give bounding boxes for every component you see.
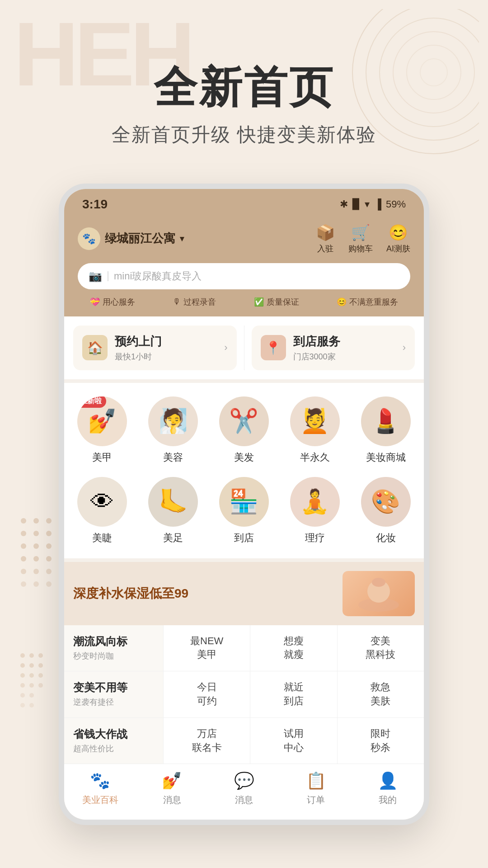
cosmetics-circle: 💄 <box>361 396 411 446</box>
store-circle: 🏪 <box>219 477 269 527</box>
location-selector[interactable]: 🐾 绿城丽江公寓 ▾ <box>78 227 184 250</box>
status-bar: 3:19 ✱ ▉ ▾ ▐ 59% <box>64 189 424 217</box>
card-divider <box>244 326 244 370</box>
trend-items: 最NEW美甲 想瘦就瘦 变美黑科技 <box>164 625 424 671</box>
cart-button[interactable]: 🛒 购物车 <box>348 223 373 254</box>
save-item-1-text: 万店联名卡 <box>192 727 222 755</box>
menu-section: 潮流风向标 秒变时尚咖 最NEW美甲 想瘦就瘦 变美黑科技 <box>64 625 424 764</box>
category-store[interactable]: 🏪 到店 <box>211 472 278 549</box>
signal-icon: ▉ <box>352 198 360 210</box>
category-lash[interactable]: 👁 美睫 <box>69 472 136 549</box>
banner-section[interactable]: 深度补水保湿低至99 <box>64 562 424 625</box>
store-label: 到店 <box>234 531 254 545</box>
hair-label: 美发 <box>234 451 254 464</box>
category-semi-perm[interactable]: 💆 半永久 <box>281 392 348 469</box>
search-bar[interactable]: 📷 mini玻尿酸真皮导入 <box>78 263 410 289</box>
nav-home[interactable]: 🐾 美业百科 <box>64 771 136 806</box>
nav-message[interactable]: 💬 消息 <box>208 771 280 806</box>
checkin-button[interactable]: 📦 入驻 <box>316 223 335 254</box>
nowait-item-3-text: 救急美肤 <box>371 680 390 708</box>
nav-orders-label: 订单 <box>307 794 325 806</box>
nowait-item-3[interactable]: 救急美肤 <box>338 671 424 717</box>
category-nail[interactable]: 上新啦 💅 美甲 <box>69 392 136 469</box>
trend-item-3-text: 变美黑科技 <box>366 634 395 662</box>
pedi-label: 美足 <box>163 531 183 545</box>
store-service-info: 到店服务 门店3000家 <box>293 334 395 362</box>
home-service-title: 预约上门 <box>115 334 217 349</box>
bluetooth-icon: ✱ <box>340 198 348 210</box>
signal-bars: ▐ <box>374 198 381 210</box>
nav-message-icon: 💬 <box>234 771 254 790</box>
store-service-card[interactable]: 📍 到店服务 门店3000家 › <box>252 326 415 370</box>
menu-row-trend: 潮流风向标 秒变时尚咖 最NEW美甲 想瘦就瘦 变美黑科技 <box>64 625 424 672</box>
nav-brush-label: 消息 <box>163 794 181 806</box>
battery-text: 59% <box>386 198 406 210</box>
store-service-title: 到店服务 <box>293 334 395 349</box>
home-service-info: 预约上门 最快1小时 <box>115 334 217 362</box>
nav-home-icon: 🐾 <box>90 771 110 790</box>
nav-profile-label: 我的 <box>379 794 397 806</box>
header-section: 全新首页 全新首页升级 快捷变美新体验 <box>0 0 488 175</box>
search-section: 📷 mini玻尿酸真皮导入 <box>64 263 424 297</box>
save-main-label: 省钱大作战 <box>73 727 154 741</box>
nav-message-label: 消息 <box>235 794 253 806</box>
status-time: 3:19 <box>82 197 108 212</box>
category-pedi[interactable]: 🦶 美足 <box>140 472 207 549</box>
store-service-sub: 门店3000家 <box>293 351 395 362</box>
search-camera-icon: 📷 <box>89 270 102 283</box>
nav-profile-icon: 👤 <box>378 771 398 790</box>
cart-icon: 🛒 <box>351 223 370 241</box>
category-makeup[interactable]: 🎨 化妆 <box>352 472 419 549</box>
new-badge: 上新啦 <box>77 396 106 408</box>
nail-label: 美甲 <box>92 451 112 464</box>
return-icon: 😊 <box>337 297 347 307</box>
trend-main-label: 潮流风向标 <box>73 634 154 649</box>
nav-orders[interactable]: 📋 订单 <box>280 771 352 806</box>
ai-skin-button[interactable]: 😊 AI测肤 <box>386 223 410 254</box>
nowait-item-1[interactable]: 今日可约 <box>164 671 250 717</box>
save-item-1[interactable]: 万店联名卡 <box>164 718 250 764</box>
phone-mockup: 3:19 ✱ ▉ ▾ ▐ 59% 🐾 绿城丽江公寓 ▾ 📦 入驻 <box>59 184 429 826</box>
home-service-icon: 🏠 <box>82 335 108 360</box>
trend-item-3[interactable]: 变美黑科技 <box>338 625 424 671</box>
home-service-sub: 最快1小时 <box>115 351 217 362</box>
home-service-arrow: › <box>224 342 227 354</box>
nowait-item-2[interactable]: 就近到店 <box>250 671 337 717</box>
location-name: 绿城丽江公寓 <box>105 231 175 246</box>
banner-text: 深度补水保湿低至99 <box>73 585 188 602</box>
recording-icon: 🎙 <box>173 297 181 307</box>
quality-label: 质量保证 <box>267 297 299 307</box>
nowait-main-label: 变美不用等 <box>73 680 154 695</box>
category-hair[interactable]: ✂️ 美发 <box>211 392 278 469</box>
nowait-item-2-text: 就近到店 <box>284 680 304 708</box>
category-cosmetics[interactable]: 💄 美妆商城 <box>352 392 419 469</box>
banner-image <box>343 571 415 616</box>
service-tag-recording: 🎙 过程录音 <box>173 297 216 307</box>
trend-label-cell: 潮流风向标 秒变时尚咖 <box>64 625 164 671</box>
trend-item-1[interactable]: 最NEW美甲 <box>164 625 250 671</box>
makeup-label: 化妆 <box>376 531 396 545</box>
save-item-3-text: 限时秒杀 <box>371 727 390 755</box>
nowait-item-1-text: 今日可约 <box>197 680 217 708</box>
save-item-3[interactable]: 限时秒杀 <box>338 718 424 764</box>
user-avatar: 🐾 <box>78 227 100 250</box>
service-tags: 💝 用心服务 🎙 过程录音 ✅ 质量保证 😊 不满意重服务 <box>64 297 424 316</box>
nail-circle: 上新啦 💅 <box>77 396 127 446</box>
care-icon: 💝 <box>90 297 100 307</box>
therapy-circle: 🧘 <box>290 477 340 527</box>
save-item-2[interactable]: 试用中心 <box>250 718 337 764</box>
nav-brush[interactable]: 💅 消息 <box>136 771 208 806</box>
category-therapy[interactable]: 🧘 理疗 <box>281 472 348 549</box>
trend-item-2[interactable]: 想瘦就瘦 <box>250 625 337 671</box>
hair-circle: ✂️ <box>219 396 269 446</box>
lash-circle: 👁 <box>77 477 127 527</box>
nowait-label-cell: 变美不用等 逆袭有捷径 <box>64 671 164 717</box>
beauty-label: 美容 <box>163 451 183 464</box>
nav-profile[interactable]: 👤 我的 <box>352 771 424 806</box>
home-service-card[interactable]: 🏠 预约上门 最快1小时 › <box>73 326 237 370</box>
checkin-label: 入驻 <box>317 243 333 254</box>
category-beauty[interactable]: 🧖 美容 <box>140 392 207 469</box>
semi-perm-label: 半永久 <box>300 451 330 464</box>
trend-item-1-text: 最NEW美甲 <box>190 634 223 662</box>
quality-icon: ✅ <box>254 297 264 307</box>
